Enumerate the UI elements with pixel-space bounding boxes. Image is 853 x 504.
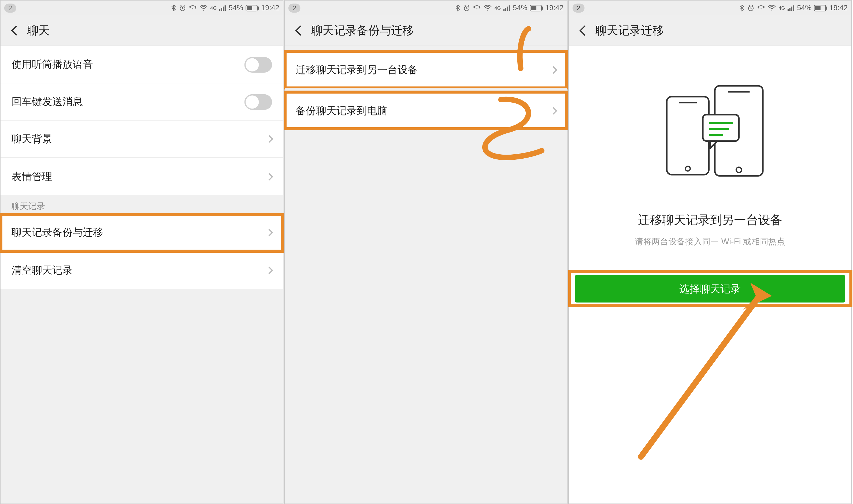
svg-point-29 xyxy=(686,166,690,171)
battery-icon xyxy=(246,4,259,11)
status-bar: 2 4G 54% 19:42 xyxy=(569,1,851,15)
svg-rect-23 xyxy=(793,5,794,11)
eye-care-icon xyxy=(757,5,765,11)
svg-rect-22 xyxy=(791,7,792,11)
page-title: 聊天 xyxy=(27,22,50,38)
select-chat-button[interactable]: 选择聊天记录 xyxy=(575,275,845,303)
chevron-left-icon xyxy=(579,25,589,35)
battery-percent: 54% xyxy=(513,3,527,12)
row-label: 使用听筒播放语音 xyxy=(12,58,93,72)
migrate-subtitle: 请将两台设备接入同一 Wi-Fi 或相同热点 xyxy=(635,237,785,247)
chevron-right-icon xyxy=(550,66,557,74)
chevron-left-icon xyxy=(295,25,305,35)
row-label: 清空聊天记录 xyxy=(12,263,73,277)
battery-percent: 54% xyxy=(229,3,243,12)
svg-rect-21 xyxy=(789,8,790,11)
screen-migrate-history: 2 4G 54% 19:42 聊天记录迁移 xyxy=(568,0,852,504)
row-label: 备份聊天记录到电脑 xyxy=(296,104,388,118)
row-label: 聊天背景 xyxy=(12,132,52,146)
back-button[interactable] xyxy=(5,18,27,42)
svg-rect-7 xyxy=(247,6,252,10)
row-earpiece-playback[interactable]: 使用听筒播放语音 xyxy=(1,46,283,83)
row-label: 表情管理 xyxy=(12,169,52,183)
row-label: 聊天记录备份与迁移 xyxy=(12,226,104,239)
notification-count-badge: 2 xyxy=(573,3,585,12)
signal-icon xyxy=(503,5,510,11)
svg-rect-17 xyxy=(542,6,543,10)
select-chat-button-highlight: 选择聊天记录 xyxy=(569,271,851,306)
status-bar: 2 4G 54% 19:42 xyxy=(1,1,283,15)
battery-percent: 54% xyxy=(797,3,812,12)
toggle-switch[interactable] xyxy=(245,57,272,72)
nav-header: 聊天记录迁移 xyxy=(569,15,851,46)
network-type: 4G xyxy=(779,5,785,11)
alarm-icon xyxy=(463,4,470,12)
alarm-icon xyxy=(747,4,754,12)
svg-rect-3 xyxy=(221,8,222,11)
bluetooth-icon xyxy=(739,4,745,12)
svg-rect-14 xyxy=(509,5,510,11)
chevron-right-icon xyxy=(265,135,273,143)
svg-rect-2 xyxy=(219,9,220,11)
wifi-icon xyxy=(768,5,776,11)
toggle-switch[interactable] xyxy=(245,94,272,110)
signal-icon xyxy=(787,5,795,11)
wifi-icon xyxy=(484,5,492,11)
svg-rect-8 xyxy=(257,6,259,10)
back-button[interactable] xyxy=(574,18,596,42)
back-button[interactable] xyxy=(289,18,311,42)
network-type: 4G xyxy=(210,5,217,11)
svg-rect-16 xyxy=(531,6,536,10)
chevron-right-icon xyxy=(550,107,557,114)
svg-rect-20 xyxy=(787,9,788,11)
svg-rect-4 xyxy=(223,7,224,11)
svg-rect-5 xyxy=(225,5,226,11)
screen-chat-settings: 2 4G 54% 19:42 聊天 使用听筒播放语音 回车键发送消息 xyxy=(0,0,283,504)
bluetooth-icon xyxy=(171,4,177,12)
status-bar: 2 4G 54% 19:42 xyxy=(285,1,567,15)
wifi-icon xyxy=(199,5,208,11)
battery-icon xyxy=(814,4,827,11)
row-chat-background[interactable]: 聊天背景 xyxy=(1,121,283,158)
svg-rect-13 xyxy=(507,7,508,11)
nav-header: 聊天记录备份与迁移 xyxy=(285,15,567,46)
alarm-icon xyxy=(179,4,186,12)
clock-time: 19:42 xyxy=(261,3,279,12)
row-clear-history[interactable]: 清空聊天记录 xyxy=(1,252,283,289)
row-label: 回车键发送消息 xyxy=(12,95,83,109)
migrate-heading: 迁移聊天记录到另一台设备 xyxy=(638,212,782,228)
chevron-left-icon xyxy=(11,25,21,35)
svg-point-19 xyxy=(771,10,772,11)
screen-backup-migrate: 2 4G 54% 19:42 聊天记录备份与迁移 迁移聊天记录到另一台设备 xyxy=(284,0,568,504)
svg-rect-25 xyxy=(815,6,821,10)
network-type: 4G xyxy=(495,5,501,11)
notification-count-badge: 2 xyxy=(4,3,16,12)
nav-header: 聊天 xyxy=(1,15,283,46)
svg-rect-12 xyxy=(505,8,506,11)
row-backup-migrate[interactable]: 聊天记录备份与迁移 xyxy=(1,214,283,252)
bluetooth-icon xyxy=(455,4,461,12)
clock-time: 19:42 xyxy=(545,3,563,12)
two-phones-transfer-icon xyxy=(650,80,770,182)
svg-point-1 xyxy=(203,10,204,11)
signal-icon xyxy=(219,5,226,11)
svg-rect-26 xyxy=(826,6,827,10)
row-backup-to-pc[interactable]: 备份聊天记录到电脑 xyxy=(285,92,567,129)
svg-rect-11 xyxy=(503,9,504,11)
notification-count-badge: 2 xyxy=(288,3,301,12)
row-sticker-management[interactable]: 表情管理 xyxy=(1,158,283,195)
chevron-right-icon xyxy=(265,266,273,274)
chevron-right-icon xyxy=(265,229,273,237)
clock-time: 19:42 xyxy=(830,3,847,12)
row-enter-send[interactable]: 回车键发送消息 xyxy=(1,83,283,121)
row-migrate-to-device[interactable]: 迁移聊天记录到另一台设备 xyxy=(285,51,567,88)
page-title: 聊天记录备份与迁移 xyxy=(311,22,414,38)
section-header-chat-history: 聊天记录 xyxy=(1,195,283,214)
chevron-right-icon xyxy=(265,173,273,180)
battery-icon xyxy=(530,4,543,11)
page-title: 聊天记录迁移 xyxy=(596,22,664,38)
row-label: 迁移聊天记录到另一台设备 xyxy=(296,63,418,77)
svg-point-32 xyxy=(736,167,742,173)
eye-care-icon xyxy=(189,5,197,11)
svg-point-10 xyxy=(487,10,488,11)
